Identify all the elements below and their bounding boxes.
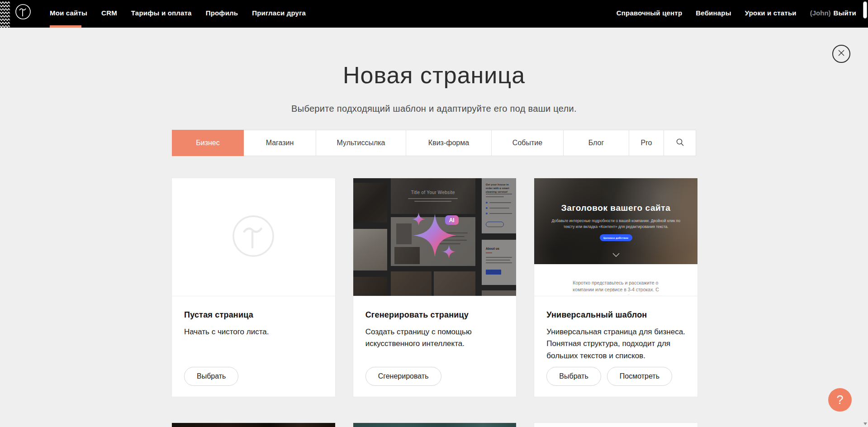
tab-search[interactable] xyxy=(664,130,696,156)
preview-fade xyxy=(534,290,697,296)
generate-button[interactable]: Сгенерировать xyxy=(365,367,441,386)
logout-link[interactable]: Выйти xyxy=(834,9,856,17)
zigzag-pattern-icon xyxy=(0,0,10,29)
blank-page-preview[interactable] xyxy=(172,178,335,296)
close-button[interactable] xyxy=(832,45,850,63)
page-title: Новая страница xyxy=(0,62,868,89)
tab-multilink[interactable]: Мультиссылка xyxy=(316,130,406,156)
ai-preview-collage[interactable]: Title of Your Website Get your house in xyxy=(353,178,517,296)
template-hero: Заголовок вашего сайта Добавьте интересн… xyxy=(534,178,697,264)
template-card-partial[interactable] xyxy=(534,423,697,427)
nav-user: (John) Выйти xyxy=(810,9,856,17)
nav-item-profile[interactable]: Профиль xyxy=(206,9,238,17)
scrollbar-thumb[interactable] xyxy=(863,1,867,19)
card-body: Сгенерировать страницу Создать страницу … xyxy=(353,296,517,397)
universal-template-preview[interactable]: Заголовок вашего сайта Добавьте интересн… xyxy=(534,178,697,296)
tab-shop[interactable]: Магазин xyxy=(244,130,316,156)
close-icon xyxy=(838,49,845,58)
help-button[interactable]: ? xyxy=(828,388,852,412)
scrollbar-down-arrow-icon[interactable] xyxy=(863,422,867,425)
card-blank-page: Пустая страница Начать с чистого листа. … xyxy=(172,178,335,397)
preview-button[interactable]: Посмотреть xyxy=(607,367,672,386)
nav-item-lessons[interactable]: Уроки и статьи xyxy=(745,9,797,17)
tilda-watermark-icon xyxy=(232,214,275,260)
search-icon xyxy=(676,138,684,148)
tilda-logo-icon[interactable] xyxy=(15,4,31,22)
tab-event[interactable]: Событие xyxy=(492,130,564,156)
template-grid: Пустая страница Начать с чистого листа. … xyxy=(172,178,697,427)
template-card-partial[interactable] xyxy=(172,423,335,427)
nav-item-help-center[interactable]: Справочный центр xyxy=(617,9,683,17)
chevron-down-icon xyxy=(612,251,620,259)
template-card-partial[interactable] xyxy=(353,423,517,427)
card-universal-template: Заголовок вашего сайта Добавьте интересн… xyxy=(534,178,697,397)
nav-item-tariffs[interactable]: Тарифы и оплата xyxy=(131,9,192,17)
tab-business[interactable]: Бизнес xyxy=(172,130,244,156)
active-nav-underline xyxy=(50,25,81,28)
card-ai-generate: Title of Your Website Get your house in xyxy=(353,178,517,397)
ai-badge: AI xyxy=(445,215,459,225)
top-navigation-bar: Мои сайты CRM Тарифы и оплата Профиль Пр… xyxy=(0,0,868,28)
question-mark-icon: ? xyxy=(836,393,843,407)
card-buttons: Выбрать Посмотреть xyxy=(546,367,685,386)
card-title: Сгенерировать страницу xyxy=(365,310,504,320)
nav-item-my-sites[interactable]: Мои сайты xyxy=(50,9,87,17)
template-hero-subtitle: Добавьте интересные подробности о вашей … xyxy=(548,218,684,230)
page-subtitle: Выберите подходящий шаблон и адаптируйте… xyxy=(0,104,868,114)
tab-quiz-form[interactable]: Квиз-форма xyxy=(406,130,492,156)
tab-pro[interactable]: Pro xyxy=(629,130,664,156)
screen: Мои сайты CRM Тарифы и оплата Профиль Пр… xyxy=(0,0,868,427)
card-buttons: Выбрать xyxy=(184,367,323,386)
tab-blog[interactable]: Блог xyxy=(564,130,629,156)
nav-right: Справочный центр Вебинары Уроки и статьи… xyxy=(617,0,856,25)
select-button[interactable]: Выбрать xyxy=(546,367,601,386)
nav-item-invite-friend[interactable]: Пригласи друга xyxy=(252,9,306,17)
user-name: (John) xyxy=(810,9,831,17)
nav-item-crm[interactable]: CRM xyxy=(101,9,117,17)
card-body: Универсальный шаблон Универсальная стран… xyxy=(534,296,697,397)
nav-item-webinars[interactable]: Вебинары xyxy=(696,9,731,17)
card-title: Универсальный шаблон xyxy=(546,310,685,320)
ai-sparkle-icon xyxy=(353,178,516,296)
card-buttons: Сгенерировать xyxy=(365,367,504,386)
scrollbar xyxy=(862,0,868,427)
template-hero-title: Заголовок вашего сайта xyxy=(534,203,697,213)
card-description: Начать с чистого листа. xyxy=(184,326,323,338)
card-description: Универсальная страница для бизнеса. Поня… xyxy=(546,326,685,362)
template-cta-button: Целевое действие xyxy=(600,234,632,241)
select-button[interactable]: Выбрать xyxy=(184,367,238,386)
card-description: Создать страницу с помощью искусственног… xyxy=(365,326,504,350)
nav-left: Мои сайты CRM Тарифы и оплата Профиль Пр… xyxy=(50,0,306,25)
template-category-tabs: Бизнес Магазин Мультиссылка Квиз-форма С… xyxy=(172,130,696,156)
card-title: Пустая страница xyxy=(184,310,323,320)
card-body: Пустая страница Начать с чистого листа. … xyxy=(172,296,335,397)
